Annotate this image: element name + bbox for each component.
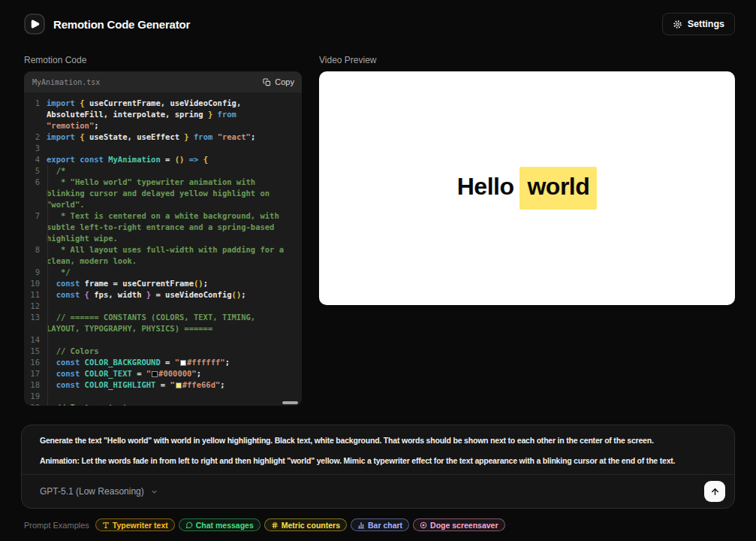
pill-label: Doge screensaver <box>430 521 498 530</box>
gear-icon <box>673 20 682 29</box>
color-swatch <box>152 371 158 377</box>
video-preview: Helloworld <box>319 71 735 305</box>
code-line: 11 const { fps, width } = useVideoConfig… <box>24 289 299 301</box>
preview-text-highlighted: world <box>520 167 597 210</box>
page-title: Remotion Code Generator <box>53 18 190 31</box>
preview-panel-label: Video Preview <box>319 54 735 66</box>
model-label: GPT-5.1 (Low Reasoning) <box>40 486 144 497</box>
message-circle-icon <box>185 521 193 529</box>
code-line: 8 * All layout uses full-width with padd… <box>24 244 299 267</box>
code-line: 4export const MyAnimation = () => { <box>24 154 299 165</box>
code-line: 7 * Text is centered on a white backgrou… <box>24 210 299 244</box>
bar-chart-icon <box>357 521 365 529</box>
code-line: 17 const COLOR_TEXT = "#000000"; <box>24 368 299 379</box>
code-lines: 1import { useCurrentFrame, useVideoConfi… <box>24 98 299 406</box>
pill-label: Metric counters <box>282 521 340 530</box>
prompt-paragraph: Animation: Let the words fade in from le… <box>40 455 721 466</box>
code-line: 9 */ <box>24 267 299 278</box>
prompt-examples: Prompt Examples Typewriter text Chat mes… <box>24 518 732 531</box>
code-line: 10 const frame = useCurrentFrame(); <box>24 278 299 289</box>
pill-doge-screensaver[interactable]: Doge screensaver <box>413 518 505 531</box>
main-area: Remotion Code MyAnimation.tsx Copy 1impo… <box>0 35 756 406</box>
prompt-input[interactable]: Generate the text "Hello world" with wor… <box>22 425 734 474</box>
arrow-up-icon <box>710 487 720 497</box>
pill-chat-messages[interactable]: Chat messages <box>179 518 261 531</box>
settings-button[interactable]: Settings <box>662 13 735 35</box>
model-selector[interactable]: GPT-5.1 (Low Reasoning) <box>40 486 158 497</box>
code-panel: MyAnimation.tsx Copy 1import { useCurren… <box>24 71 302 406</box>
code-line: 6 * "Hello world" typewriter animation w… <box>24 177 299 210</box>
code-line: 13 // ====== CONSTANTS (COLORS, TEXT, TI… <box>24 312 299 334</box>
preview-text-plain: Hello <box>457 173 514 200</box>
pill-label: Bar chart <box>368 521 402 530</box>
copy-label: Copy <box>275 77 294 86</box>
chevron-down-icon <box>150 488 158 496</box>
code-panel-header: MyAnimation.tsx Copy <box>24 71 302 92</box>
code-panel-label: Remotion Code <box>24 54 302 66</box>
pill-metric-counters[interactable]: Metric counters <box>264 518 347 531</box>
pill-typewriter-text[interactable]: Typewriter text <box>95 518 175 531</box>
code-line: 19 <box>24 391 299 402</box>
code-line: 5 /* <box>24 165 299 177</box>
code-filename: MyAnimation.tsx <box>32 78 100 86</box>
prompt-toolbar: GPT-5.1 (Low Reasoning) <box>22 474 734 508</box>
code-editor[interactable]: 1import { useCurrentFrame, useVideoConfi… <box>24 92 302 406</box>
disc-icon <box>420 521 427 529</box>
prompt-paragraph: Generate the text "Hello world" with wor… <box>40 435 721 446</box>
pill-label: Chat messages <box>196 521 254 530</box>
code-line: 16 const COLOR_BACKGROUND = "#ffffff"; <box>24 357 299 368</box>
color-swatch <box>180 360 186 366</box>
code-line: 20 // Text content <box>24 402 299 406</box>
code-line: 12 <box>24 301 299 312</box>
preview-text: Helloworld <box>457 167 598 210</box>
code-line: 2import { useState, useEffect } from "re… <box>24 131 299 143</box>
send-button[interactable] <box>704 481 725 502</box>
app-header: Remotion Code Generator Settings <box>0 0 756 35</box>
prompt-examples-label: Prompt Examples <box>24 521 89 530</box>
hash-icon <box>271 521 279 529</box>
code-line: 18 const COLOR_HIGHLIGHT = "#ffe66d"; <box>24 379 299 391</box>
code-line: 1import { useCurrentFrame, useVideoConfi… <box>24 98 299 131</box>
pill-bar-chart[interactable]: Bar chart <box>351 518 409 531</box>
copy-icon <box>263 78 271 86</box>
type-icon <box>102 521 110 529</box>
horizontal-scrollbar-thumb[interactable] <box>282 401 298 404</box>
settings-label: Settings <box>688 19 724 29</box>
pill-label: Typewriter text <box>113 521 168 530</box>
prompt-box: Generate the text "Hello world" with wor… <box>21 425 735 509</box>
code-line: 14 <box>24 334 299 346</box>
color-swatch <box>176 382 182 388</box>
code-line: 15 // Colors <box>24 346 299 357</box>
remotion-logo-icon <box>24 14 45 35</box>
copy-button[interactable]: Copy <box>263 77 294 86</box>
code-line: 3 <box>24 143 299 154</box>
